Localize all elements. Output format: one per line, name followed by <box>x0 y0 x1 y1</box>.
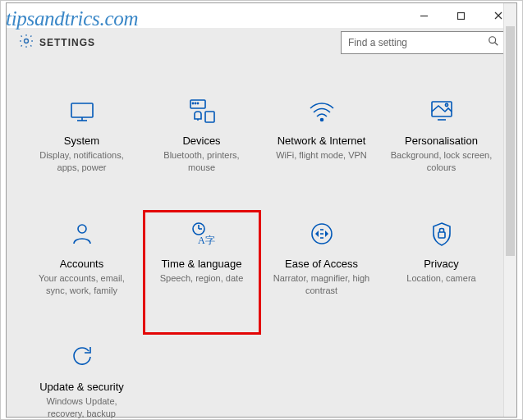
tile-time-language[interactable]: Time & languageSpeech, region, date <box>145 212 259 333</box>
tile-subtitle: Location, camera <box>406 272 475 285</box>
search-icon <box>488 35 499 50</box>
tile-ease-of-access[interactable]: Ease of AccessNarrator, magnifier, high … <box>264 212 379 333</box>
tile-network-internet[interactable]: Network & InternetWiFi, flight mode, VPN <box>264 89 379 210</box>
screenshot-frame: tipsandtrics.com SETTINGS <box>0 0 523 420</box>
tile-title: Personalisation <box>405 135 478 147</box>
tile-title: Time & language <box>162 258 242 270</box>
tile-title: Ease of Access <box>285 258 358 270</box>
privacy-icon <box>424 217 459 251</box>
tile-subtitle: Bluetooth, printers, mouse <box>149 149 255 174</box>
system-icon <box>65 94 99 128</box>
header-left: SETTINGS <box>18 33 95 52</box>
gear-icon <box>18 33 34 52</box>
time-language-icon <box>185 217 219 251</box>
svg-point-5 <box>489 37 496 43</box>
svg-point-4 <box>25 39 29 43</box>
tile-system[interactable]: SystemDisplay, notifications, apps, powe… <box>25 89 140 210</box>
tile-subtitle: Background, lock screen, colours <box>389 149 494 174</box>
tile-title: Privacy <box>424 258 459 270</box>
settings-window: SETTINGS SystemDisplay, notifications, a… <box>6 2 517 418</box>
ease-of-access-icon <box>305 217 339 251</box>
tile-title: Network & Internet <box>278 135 366 147</box>
scrollbar-thumb[interactable] <box>506 26 515 256</box>
tile-title: Devices <box>182 135 220 147</box>
tile-subtitle: Display, notifications, apps, power <box>30 149 135 174</box>
svg-line-6 <box>495 43 498 46</box>
svg-rect-1 <box>458 12 465 19</box>
maximize-button[interactable] <box>443 3 479 28</box>
accounts-icon <box>65 217 99 251</box>
devices-icon <box>185 94 219 128</box>
tile-devices[interactable]: DevicesBluetooth, printers, mouse <box>145 89 259 210</box>
tile-subtitle: WiFi, flight mode, VPN <box>276 149 367 162</box>
minimize-button[interactable] <box>406 3 443 28</box>
tiles-container: SystemDisplay, notifications, apps, powe… <box>7 66 516 420</box>
tile-subtitle: Narrator, magnifier, high contrast <box>269 272 374 297</box>
page-title: SETTINGS <box>39 37 95 48</box>
search-input[interactable] <box>342 32 504 53</box>
window-titlebar <box>7 3 516 28</box>
personalisation-icon <box>424 94 459 128</box>
tile-title: Update & security <box>39 381 124 393</box>
tile-title: Accounts <box>60 258 103 270</box>
tile-title: System <box>64 135 99 147</box>
tile-personalisation[interactable]: PersonalisationBackground, lock screen, … <box>384 89 499 210</box>
tile-subtitle: Speech, region, date <box>160 272 244 285</box>
tile-accounts[interactable]: AccountsYour accounts, email, sync, work… <box>25 212 140 333</box>
tile-subtitle: Windows Update, recovery, backup <box>30 395 135 420</box>
network-internet-icon <box>305 94 339 128</box>
vertical-scrollbar[interactable] <box>503 3 516 417</box>
header-row: SETTINGS <box>7 28 516 66</box>
tile-privacy[interactable]: PrivacyLocation, camera <box>384 212 499 333</box>
update-security-icon <box>65 340 99 374</box>
tile-update-security[interactable]: Update & securityWindows Update, recover… <box>25 335 140 420</box>
tile-subtitle: Your accounts, email, sync, work, family <box>30 272 135 297</box>
search-box[interactable] <box>341 31 505 54</box>
